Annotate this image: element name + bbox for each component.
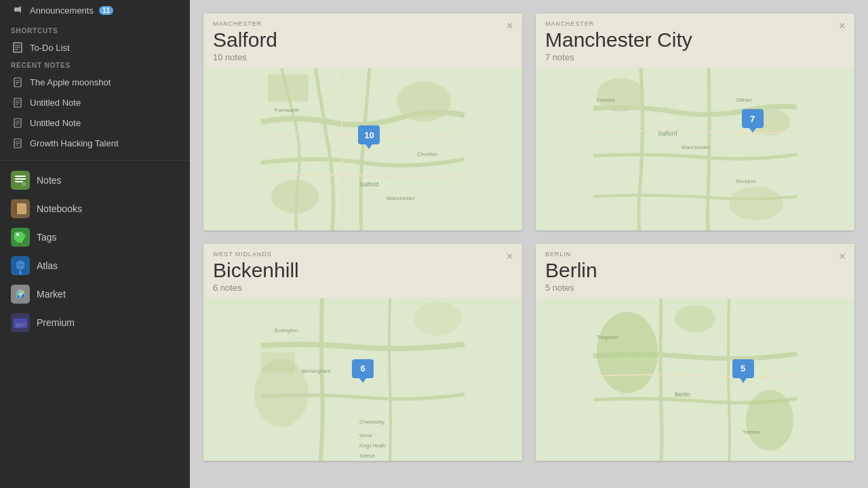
location-card-salford[interactable]: MANCHESTER Salford 10 notes ✕ xyxy=(203,14,522,230)
sidebar-item-premium[interactable]: Premium xyxy=(0,308,190,337)
bickenhill-pin: 6 xyxy=(352,359,374,383)
svg-rect-21 xyxy=(15,176,26,177)
salford-region: MANCHESTER xyxy=(213,20,513,27)
location-card-manchester[interactable]: MANCHESTER Manchester City 7 notes ✕ Sal… xyxy=(536,14,854,230)
svg-point-62 xyxy=(414,302,461,336)
svg-rect-63 xyxy=(261,352,295,373)
bickenhill-pin-point xyxy=(359,378,366,383)
notebooks-nav-label: Notebooks xyxy=(37,203,82,214)
manchester-pin: 7 xyxy=(742,109,764,133)
berlin-notes: 5 notes xyxy=(545,283,845,293)
svg-text:Birmingham: Birmingham xyxy=(302,368,331,374)
svg-point-34 xyxy=(19,272,22,274)
note-icon-2 xyxy=(11,116,24,129)
manchester-pin-point xyxy=(749,128,756,133)
location-card-bickenhill[interactable]: WEST MIDLANDS Bickenhill 6 notes ✕ Erdin… xyxy=(203,244,522,461)
salford-pin-count: 10 xyxy=(358,125,380,144)
card-header-bickenhill: WEST MIDLANDS Bickenhill 6 notes ✕ xyxy=(203,244,522,298)
sidebar-item-notebooks[interactable]: Notebooks xyxy=(0,195,190,223)
sidebar-item-announcements[interactable]: Announcements 11 xyxy=(0,0,190,20)
berlin-close-icon[interactable]: ✕ xyxy=(838,251,846,262)
manchester-notes: 7 notes xyxy=(545,52,845,62)
salford-pin: 10 xyxy=(358,125,380,149)
svg-rect-25 xyxy=(22,182,26,186)
recent-note-0[interactable]: The Apple moonshot xyxy=(0,72,190,92)
recent-note-label-3: Growth Hacking Talent xyxy=(30,138,119,148)
svg-text:Chorlton: Chorlton xyxy=(417,151,437,157)
berlin-region: BERLIN xyxy=(545,251,845,258)
bickenhill-region: WEST MIDLANDS xyxy=(213,251,513,258)
manchester-title: Manchester City xyxy=(545,28,845,51)
svg-text:Manchester: Manchester xyxy=(387,195,415,201)
bickenhill-notes: 6 notes xyxy=(213,283,513,293)
todo-icon xyxy=(11,41,24,54)
premium-nav-icon xyxy=(11,313,30,332)
bickenhill-close-icon[interactable]: ✕ xyxy=(506,251,514,262)
sidebar-item-tags[interactable]: Tags xyxy=(0,223,190,251)
svg-text:Kings Heath: Kings Heath xyxy=(359,443,385,449)
svg-rect-20 xyxy=(11,171,30,190)
recent-note-label-0: The Apple moonshot xyxy=(30,77,111,87)
sidebar-item-notes[interactable]: Notes xyxy=(0,166,190,195)
notebooks-nav-icon xyxy=(11,199,30,218)
sidebar-item-market[interactable]: 🌍 Market xyxy=(0,280,190,308)
location-card-berlin[interactable]: BERLIN Berlin 5 notes ✕ Berlin Tiergarte… xyxy=(536,244,854,461)
premium-nav-label: Premium xyxy=(37,317,75,328)
manchester-close-icon[interactable]: ✕ xyxy=(838,20,846,31)
manchester-pin-count: 7 xyxy=(742,109,764,128)
svg-point-44 xyxy=(397,81,451,122)
bickenhill-pin-count: 6 xyxy=(352,359,374,378)
svg-point-52 xyxy=(597,78,644,112)
note-icon-3 xyxy=(11,136,24,150)
recent-note-label-1: Untitled Note xyxy=(30,98,81,108)
svg-text:Manchester: Manchester xyxy=(682,144,710,150)
bickenhill-map: Erdington Birmingham Chelmsley Wood King… xyxy=(203,298,522,461)
shortcuts-header: SHORTCUTS xyxy=(0,20,190,37)
svg-text:🌍: 🌍 xyxy=(16,290,25,299)
announcements-label: Announcements xyxy=(30,5,94,16)
svg-text:Salford: Salford xyxy=(359,181,379,188)
card-header-salford: MANCHESTER Salford 10 notes ✕ xyxy=(203,14,522,68)
sidebar-item-atlas[interactable]: Atlas xyxy=(0,251,190,280)
svg-text:Salford: Salford xyxy=(658,130,677,137)
announcements-badge: 11 xyxy=(99,6,113,15)
svg-rect-23 xyxy=(15,181,23,182)
svg-text:Treptow: Treptow xyxy=(743,430,760,435)
recent-note-label-2: Untitled Note xyxy=(30,118,81,128)
svg-text:Erdington: Erdington xyxy=(275,327,298,333)
notes-nav-icon xyxy=(11,171,30,190)
recent-note-1[interactable]: Untitled Note xyxy=(0,92,190,113)
svg-text:Solihull: Solihull xyxy=(359,453,375,458)
svg-point-73 xyxy=(675,305,715,332)
tags-nav-label: Tags xyxy=(37,232,57,243)
recent-note-3[interactable]: Growth Hacking Talent xyxy=(0,133,190,153)
bickenhill-title: Bickenhill xyxy=(213,259,513,281)
svg-text:Berlin: Berlin xyxy=(675,391,690,398)
sidebar: Announcements 11 SHORTCUTS To-Do List RE… xyxy=(0,0,190,488)
salford-title: Salford xyxy=(213,28,513,51)
recent-notes-header: RECENT NOTES xyxy=(0,58,190,72)
svg-text:Tiergarten: Tiergarten xyxy=(597,335,618,340)
market-nav-icon: 🌍 xyxy=(11,285,30,304)
svg-text:Kearsley: Kearsley xyxy=(597,98,616,103)
atlas-nav-label: Atlas xyxy=(37,260,58,271)
nav-section: Notes Notebooks Tags xyxy=(0,160,190,337)
svg-rect-40 xyxy=(14,319,27,322)
manchester-region: MANCHESTER xyxy=(545,20,845,27)
note-icon-0 xyxy=(11,75,24,89)
note-icon-1 xyxy=(11,96,24,109)
berlin-pin-count: 5 xyxy=(732,359,754,378)
salford-pin-point xyxy=(366,144,372,149)
svg-text:Farnworth: Farnworth xyxy=(275,107,299,113)
salford-map: Salford Manchester Farnworth Chorlton 10 xyxy=(203,68,522,230)
tags-nav-icon xyxy=(11,228,30,247)
salford-notes: 10 notes xyxy=(213,52,513,62)
recent-note-2[interactable]: Untitled Note xyxy=(0,113,190,133)
salford-close-icon[interactable]: ✕ xyxy=(506,20,514,31)
berlin-map: Berlin Tiergarten Treptow 5 xyxy=(536,298,854,461)
card-header-berlin: BERLIN Berlin 5 notes ✕ xyxy=(536,244,854,298)
sidebar-item-todo[interactable]: To-Do List xyxy=(0,37,190,58)
svg-rect-28 xyxy=(14,203,17,214)
svg-point-45 xyxy=(271,180,319,214)
atlas-main: MANCHESTER Salford 10 notes ✕ xyxy=(190,0,868,488)
